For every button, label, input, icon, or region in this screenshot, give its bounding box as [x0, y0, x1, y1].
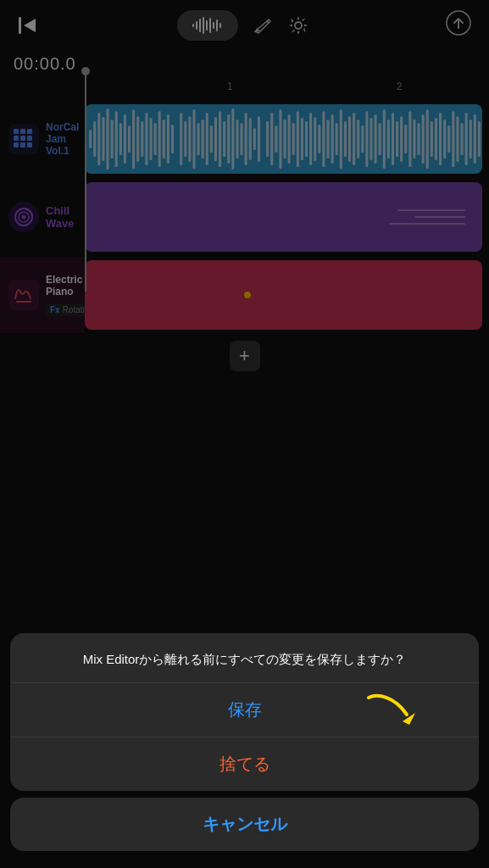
dialog-main-card: Mix Editorから離れる前にすべての変更を保存しますか？ 保存 捨てる [10, 633, 479, 792]
dialog-save-label: 保存 [228, 700, 262, 719]
dialog-cancel-label: キャンセル [203, 815, 287, 833]
dialog-discard-label: 捨てる [219, 754, 270, 773]
arrow-annotation [360, 689, 428, 732]
dialog-cancel-button[interactable]: キャンセル [10, 798, 479, 851]
dialog-message: Mix Editorから離れる前にすべての変更を保存しますか？ [10, 633, 479, 684]
svg-marker-113 [403, 713, 415, 725]
dialog-discard-button[interactable]: 捨てる [10, 737, 479, 791]
dialog-container: Mix Editorから離れる前にすべての変更を保存しますか？ 保存 捨てる キ… [0, 633, 489, 869]
dialog-save-button[interactable]: 保存 [10, 683, 479, 737]
dialog-overlay: Mix Editorから離れる前にすべての変更を保存しますか？ 保存 捨てる キ… [0, 0, 489, 868]
